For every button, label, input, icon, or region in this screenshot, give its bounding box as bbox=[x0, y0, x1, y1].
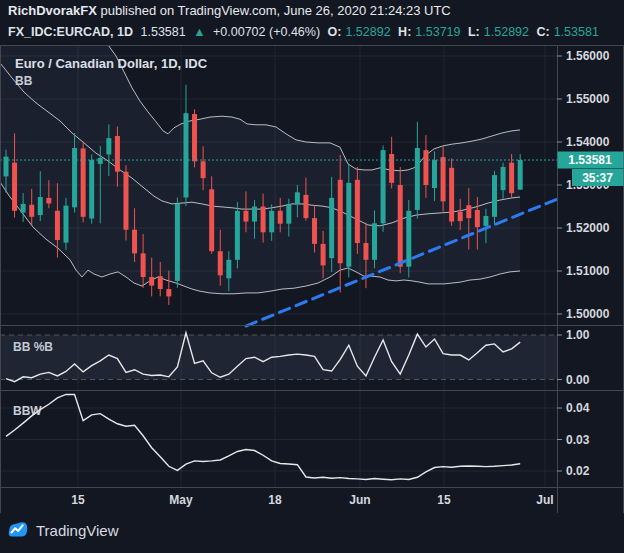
candle-body[interactable] bbox=[166, 289, 171, 296]
candle-body[interactable] bbox=[218, 251, 223, 275]
time-tick-label: 15 bbox=[71, 493, 85, 507]
price-tick-label: 1.55000 bbox=[566, 92, 610, 106]
pb-tick-label: 0.00 bbox=[566, 373, 590, 387]
time-tick-label: Jul bbox=[536, 493, 553, 507]
last-price-badge-label: 1.53581 bbox=[568, 153, 612, 167]
symbol-name[interactable]: FX_IDC:EURCAD, 1D bbox=[8, 25, 133, 39]
open-label: O: bbox=[328, 25, 342, 39]
candle-body[interactable] bbox=[149, 277, 154, 286]
close-value: 1.53581 bbox=[554, 25, 599, 39]
price-tick-label: 1.54000 bbox=[566, 135, 610, 149]
price-tick-label: 1.51000 bbox=[566, 264, 610, 278]
candle-body[interactable] bbox=[381, 150, 386, 223]
candle-body[interactable] bbox=[423, 150, 428, 185]
candle-body[interactable] bbox=[261, 207, 266, 233]
candle-body[interactable] bbox=[398, 185, 403, 267]
candle-body[interactable] bbox=[492, 175, 497, 217]
candle-body[interactable] bbox=[192, 114, 197, 161]
candle-body[interactable] bbox=[286, 204, 291, 223]
candle-body[interactable] bbox=[63, 206, 68, 243]
candle-body[interactable] bbox=[269, 211, 274, 233]
candle-body[interactable] bbox=[278, 211, 283, 224]
candle-body[interactable] bbox=[81, 148, 86, 216]
candle-body[interactable] bbox=[458, 212, 463, 221]
bbw-line bbox=[6, 394, 520, 479]
candle-body[interactable] bbox=[509, 163, 514, 194]
bb-percent-pane bbox=[0, 333, 557, 382]
candle-body[interactable] bbox=[55, 211, 60, 240]
candle-body[interactable] bbox=[12, 163, 17, 211]
candle-body[interactable] bbox=[483, 216, 488, 226]
symbol-info-bar[interactable]: FX_IDC:EURCAD, 1D 1.53581 ▲ +0.00702 (+0… bbox=[8, 25, 603, 39]
open-value: 1.52892 bbox=[345, 25, 390, 39]
price-axis[interactable]: 1.560001.550001.540001.530001.520001.510… bbox=[557, 49, 624, 478]
high-value: 1.53719 bbox=[415, 25, 460, 39]
candle-body[interactable] bbox=[89, 160, 94, 218]
candle-body[interactable] bbox=[29, 205, 34, 217]
author-name: RichDvorakFX bbox=[8, 3, 97, 18]
candle-body[interactable] bbox=[303, 195, 308, 218]
candle-body[interactable] bbox=[209, 189, 214, 251]
candle-body[interactable] bbox=[449, 168, 454, 222]
candle-body[interactable] bbox=[38, 197, 43, 215]
candle-body[interactable] bbox=[235, 211, 240, 260]
candle-body[interactable] bbox=[406, 211, 411, 267]
countdown-badge-label: 35:37 bbox=[582, 171, 613, 185]
candle-body[interactable] bbox=[501, 167, 506, 190]
candle-body[interactable] bbox=[295, 192, 300, 204]
time-tick-label: 18 bbox=[268, 493, 282, 507]
candle-body[interactable] bbox=[175, 204, 180, 281]
candle-body[interactable] bbox=[158, 276, 163, 289]
candle-body[interactable] bbox=[72, 148, 77, 207]
last-price: 1.53581 bbox=[141, 25, 186, 39]
candle-body[interactable] bbox=[432, 160, 437, 188]
bbw-tick-label: 0.04 bbox=[566, 401, 590, 415]
candle-body[interactable] bbox=[312, 218, 317, 244]
candle-body[interactable] bbox=[466, 205, 471, 218]
candle-body[interactable] bbox=[329, 198, 334, 258]
candle-body[interactable] bbox=[338, 180, 343, 263]
high-label: H: bbox=[398, 25, 411, 39]
candle-body[interactable] bbox=[321, 244, 326, 266]
footer-brand[interactable]: TradingView bbox=[7, 519, 119, 541]
candle-body[interactable] bbox=[346, 183, 351, 267]
candle-body[interactable] bbox=[106, 138, 111, 154]
candle-body[interactable] bbox=[363, 243, 368, 260]
candle-body[interactable] bbox=[243, 211, 248, 222]
candle-body[interactable] bbox=[518, 160, 523, 190]
price-tick-label: 1.56000 bbox=[566, 49, 610, 63]
candle-body[interactable] bbox=[475, 210, 480, 227]
candle-body[interactable] bbox=[115, 136, 120, 172]
candle-body[interactable] bbox=[201, 161, 206, 178]
watermark-bar: RichDvorakFX published on TradingView.co… bbox=[8, 3, 451, 18]
candle-body[interactable] bbox=[141, 253, 146, 277]
candle-body[interactable] bbox=[441, 157, 446, 201]
up-arrow-icon: ▲ bbox=[193, 25, 205, 39]
brand-name: TradingView bbox=[36, 522, 119, 539]
candle-body[interactable] bbox=[252, 207, 257, 222]
candle-body[interactable] bbox=[372, 223, 377, 260]
candle-body[interactable] bbox=[132, 230, 137, 254]
candle-body[interactable] bbox=[123, 172, 128, 230]
tradingview-published-chart: RichDvorakFX published on TradingView.co… bbox=[0, 0, 624, 553]
low-label: L: bbox=[468, 25, 480, 39]
candle-body[interactable] bbox=[46, 198, 51, 204]
watermark-text: published on TradingView.com, June 26, 2… bbox=[97, 3, 451, 18]
candle-body[interactable] bbox=[415, 148, 420, 210]
pb-tick-label: 1.00 bbox=[566, 328, 590, 342]
time-tick-label: Jun bbox=[349, 493, 370, 507]
candle-body[interactable] bbox=[355, 180, 360, 243]
candle-body[interactable] bbox=[389, 154, 394, 183]
time-tick-label: 15 bbox=[437, 493, 451, 507]
candle-body[interactable] bbox=[21, 204, 26, 213]
close-label: C: bbox=[536, 25, 549, 39]
chart-canvas[interactable]: 1.560001.550001.540001.530001.520001.510… bbox=[0, 45, 624, 513]
candle-body[interactable] bbox=[98, 158, 103, 164]
candle-body[interactable] bbox=[226, 260, 231, 278]
tradingview-logo-icon bbox=[7, 519, 29, 541]
price-tick-label: 1.52000 bbox=[566, 221, 610, 235]
bbw-tick-label: 0.03 bbox=[566, 433, 590, 447]
candle-body[interactable] bbox=[183, 113, 188, 197]
price-change: +0.00702 (+0.46%) bbox=[213, 25, 320, 39]
time-axis[interactable]: 15May18Jun15Jul bbox=[71, 493, 553, 507]
